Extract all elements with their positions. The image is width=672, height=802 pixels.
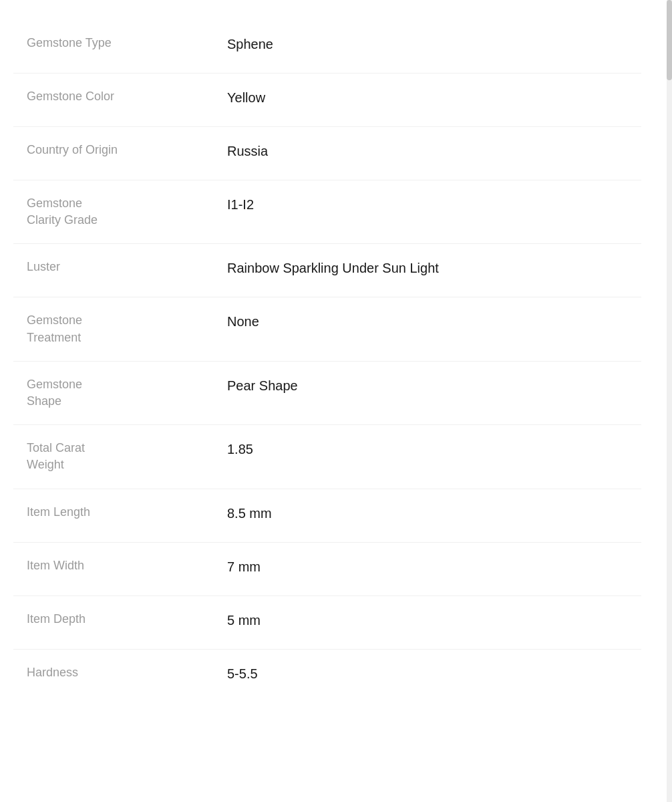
spec-row: GemstoneShapePear Shape (13, 362, 641, 425)
spec-row: LusterRainbow Sparkling Under Sun Light (13, 244, 641, 297)
spec-label: GemstoneShape (27, 376, 227, 410)
spec-value: 5-5.5 (227, 664, 628, 683)
specs-table: Gemstone TypeSpheneGemstone ColorYellowC… (0, 20, 655, 703)
spec-value: Yellow (227, 88, 628, 107)
spec-row: Country of OriginRussia (13, 127, 641, 180)
spec-label: Total CaratWeight (27, 440, 227, 473)
spec-value: 5 mm (227, 611, 628, 630)
spec-row: Total CaratWeight1.85 (13, 425, 641, 489)
spec-value: 7 mm (227, 557, 628, 576)
spec-label: Item Depth (27, 611, 227, 628)
spec-row: Item Length8.5 mm (13, 489, 641, 543)
spec-label: Hardness (27, 664, 227, 681)
spec-row: Gemstone TypeSphene (13, 20, 641, 74)
spec-label: Gemstone Color (27, 88, 227, 105)
spec-value: 8.5 mm (227, 504, 628, 523)
spec-value: Russia (227, 142, 628, 160)
scrollbar[interactable] (667, 0, 672, 802)
page-container: Gemstone TypeSpheneGemstone ColorYellowC… (0, 0, 672, 802)
spec-label: Item Width (27, 557, 227, 574)
spec-value: 1.85 (227, 440, 628, 458)
spec-value: I1-I2 (227, 195, 628, 214)
spec-row: Item Depth5 mm (13, 596, 641, 650)
spec-label: Country of Origin (27, 142, 227, 158)
spec-value: Sphene (227, 35, 628, 53)
spec-row: Gemstone ColorYellow (13, 74, 641, 127)
spec-value: Pear Shape (227, 376, 628, 395)
spec-value: None (227, 312, 628, 331)
spec-row: Item Width7 mm (13, 543, 641, 596)
spec-label: Gemstone Type (27, 35, 227, 51)
spec-label: Luster (27, 259, 227, 275)
spec-row: Hardness5-5.5 (13, 650, 641, 703)
spec-label: GemstoneTreatment (27, 312, 227, 346)
spec-row: GemstoneClarity GradeI1-I2 (13, 180, 641, 244)
spec-value: Rainbow Sparkling Under Sun Light (227, 259, 628, 277)
spec-label: Item Length (27, 504, 227, 521)
spec-row: GemstoneTreatmentNone (13, 297, 641, 361)
scrollbar-thumb[interactable] (667, 0, 672, 80)
spec-label: GemstoneClarity Grade (27, 195, 227, 229)
